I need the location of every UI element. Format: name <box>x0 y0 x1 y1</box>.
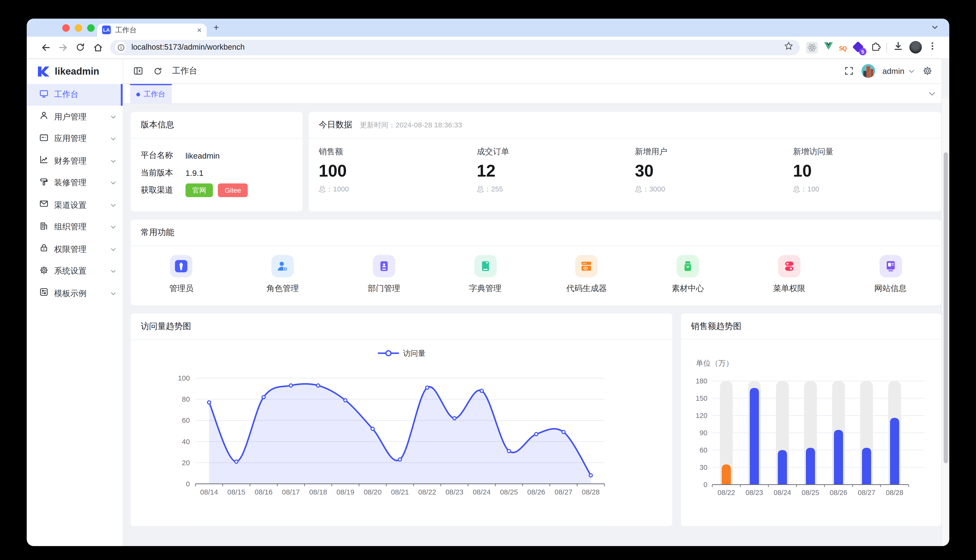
svg-text:08/26: 08/26 <box>527 488 545 496</box>
function-admin[interactable]: 管理员 <box>130 255 232 294</box>
sidebar-item-channels[interactable]: 渠道设置 <box>27 194 122 216</box>
card-title: 访问量趋势图 <box>141 321 191 332</box>
site-info-icon[interactable] <box>115 42 126 53</box>
reload-icon[interactable] <box>72 42 89 52</box>
gear-icon <box>39 265 48 277</box>
react-devtools-icon[interactable] <box>806 42 818 53</box>
tab-close-icon[interactable]: × <box>197 26 202 34</box>
active-tab-dot <box>136 92 140 96</box>
function-roles[interactable]: 角色管理 <box>232 255 333 294</box>
sales-trend-card: 销售额趋势图 单位（万） 08/2208/2308/2408/2508/2608… <box>681 313 941 526</box>
function-code-generator[interactable]: 代码生成器 <box>536 255 637 294</box>
extension-icons: SQ 5 <box>806 40 938 54</box>
sidebar-item-system-settings[interactable]: 系统设置 <box>27 260 122 282</box>
downloads-icon[interactable] <box>892 40 904 54</box>
logo-text: likeadmin <box>55 65 99 77</box>
minimize-window-button[interactable] <box>75 24 82 32</box>
address-bar[interactable]: localhost:5173/admin/workbench <box>110 40 800 55</box>
svg-text:08/17: 08/17 <box>282 488 300 496</box>
sidebar-item-template-examples[interactable]: 模板示例 <box>27 282 122 305</box>
monitor-icon <box>39 89 48 100</box>
page-scrollbar[interactable] <box>941 99 949 546</box>
sidebar: likeadmin 工作台 用户管理 应用管理 <box>27 59 123 546</box>
stat-new-users: 新增用户 30 总：3000 <box>625 146 783 194</box>
finance-chart-icon <box>39 155 48 167</box>
sidebar-menu: 工作台 用户管理 应用管理 财务管理 <box>27 84 122 305</box>
bookmark-star-icon[interactable] <box>784 41 794 54</box>
sidebar-item-organization[interactable]: 组织管理 <box>27 216 122 238</box>
tab-search-chevron-icon[interactable] <box>931 23 939 34</box>
svg-text:100: 100 <box>178 374 190 382</box>
function-departments[interactable]: 部门管理 <box>333 255 435 294</box>
sidebar-item-workbench[interactable]: 工作台 <box>27 84 122 106</box>
new-tab-button[interactable]: + <box>214 22 219 32</box>
svg-text:08/22: 08/22 <box>718 489 735 497</box>
chart-legend[interactable]: 访问量 <box>130 348 672 359</box>
purple-extension-icon[interactable]: 5 <box>852 41 864 54</box>
svg-text:20: 20 <box>182 459 190 467</box>
settings-gear-icon[interactable] <box>923 66 932 76</box>
code-generator-icon <box>575 255 598 277</box>
function-material-center[interactable]: 素材中心 <box>637 255 739 294</box>
chevron-down-icon <box>110 177 116 188</box>
paint-roller-icon <box>39 177 48 189</box>
kebab-menu-icon[interactable] <box>928 41 938 54</box>
stat-orders: 成交订单 12 总：255 <box>467 146 625 194</box>
username[interactable]: admin <box>882 67 904 76</box>
browser-tab[interactable]: LA 工作台 × <box>97 23 207 37</box>
functions-grid: 管理员 角色管理 <box>130 246 941 294</box>
card-title: 今日数据 <box>319 120 352 131</box>
fullscreen-icon[interactable] <box>844 66 854 76</box>
lock-icon <box>39 243 48 255</box>
header-right: admin <box>844 64 935 78</box>
sidebar-item-applications[interactable]: 应用管理 <box>27 128 122 150</box>
sidebar-item-permissions[interactable]: 权限管理 <box>27 238 122 260</box>
svg-text:08/28: 08/28 <box>886 489 904 497</box>
svg-text:180: 180 <box>696 377 707 385</box>
channel-row: 获取渠道 官网 Gitee <box>141 182 292 199</box>
svg-text:08/25: 08/25 <box>802 489 819 497</box>
function-site-info[interactable]: 网站信息 <box>840 255 941 294</box>
svg-text:08/23: 08/23 <box>746 489 763 497</box>
collapse-sidebar-icon[interactable] <box>133 66 143 76</box>
scrollbar-thumb[interactable] <box>943 152 948 463</box>
svg-text:90: 90 <box>700 429 707 437</box>
sq-extension-icon[interactable]: SQ <box>839 42 847 53</box>
site-info-icon <box>879 255 902 277</box>
official-site-button[interactable]: 官网 <box>186 183 213 197</box>
zoom-window-button[interactable] <box>87 24 95 32</box>
forward-icon[interactable] <box>54 42 72 53</box>
visits-line-chart[interactable]: 02040608010008/1408/1508/1608/1708/1808/… <box>130 365 672 523</box>
back-icon[interactable] <box>37 42 54 53</box>
close-window-button[interactable] <box>62 24 70 32</box>
tab-workbench[interactable]: 工作台 <box>130 84 172 103</box>
svg-text:08/20: 08/20 <box>364 488 382 496</box>
chevron-down-icon[interactable] <box>908 68 915 75</box>
gitee-button[interactable]: Gitee <box>218 183 248 197</box>
today-data-card: 今日数据 更新时间：2024-08-28 18:36:33 销售额 100 总：… <box>309 112 941 212</box>
sidebar-item-decoration[interactable]: 装修管理 <box>27 172 122 194</box>
sidebar-item-finance[interactable]: 财务管理 <box>27 150 122 172</box>
chevron-down-icon <box>110 222 116 233</box>
refresh-icon[interactable] <box>153 67 162 76</box>
mail-icon <box>39 199 48 211</box>
function-menu-permissions[interactable]: 菜单权限 <box>739 255 840 294</box>
traffic-lights <box>62 24 95 32</box>
vue-devtools-icon[interactable] <box>824 42 833 53</box>
function-dictionary[interactable]: 字典管理 <box>435 255 536 294</box>
url-text[interactable]: localhost:5173/admin/workbench <box>131 43 784 52</box>
app-logo[interactable]: likeadmin <box>27 59 122 84</box>
workbench-content: 版本信息 平台名称 likeadmin 当前版本 1.9.1 <box>123 104 941 546</box>
extensions-puzzle-icon[interactable] <box>870 41 881 54</box>
card-title: 销售额趋势图 <box>691 320 741 332</box>
browser-profile-avatar[interactable] <box>909 41 922 54</box>
sidebar-item-users[interactable]: 用户管理 <box>27 106 122 128</box>
current-version-row: 当前版本 1.9.1 <box>141 164 292 182</box>
tabs-overflow-chevron-icon[interactable] <box>928 89 936 100</box>
page-title: 工作台 <box>172 65 197 77</box>
home-icon[interactable] <box>89 42 107 53</box>
svg-text:08/27: 08/27 <box>858 489 876 497</box>
sales-bar-chart[interactable]: 08/2208/2308/2408/2508/2608/2708/2803060… <box>681 372 942 526</box>
user-avatar[interactable] <box>861 64 875 78</box>
app-header: 工作台 admin <box>123 59 941 84</box>
